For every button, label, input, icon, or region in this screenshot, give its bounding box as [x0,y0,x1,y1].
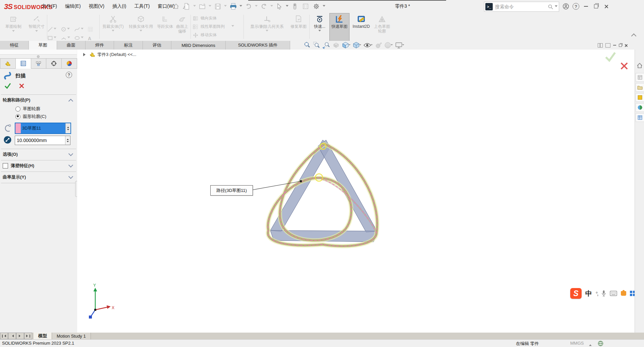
model-3d-sweep-preview[interactable] [201,127,406,268]
convert-dropdown[interactable] [140,30,142,33]
spline-tool-icon[interactable] [74,27,84,32]
tab-annotations[interactable]: 标注 [114,41,143,50]
thin-feature-checkbox[interactable] [3,163,8,168]
view-settings-button[interactable] [395,42,404,49]
ribbon-repair-sketch-button[interactable]: 修复草图 [289,13,308,40]
diameter-field[interactable]: 10.000000mm [15,136,70,145]
thin-feature-chevron[interactable] [68,163,73,167]
next-tab-button[interactable] [16,333,24,339]
ribbon-trim-entities-button[interactable]: 剪裁实体(T) [101,13,125,40]
tab-mbd-dimensions[interactable]: MBD Dimensions [171,41,226,50]
tab-feature-tree[interactable] [0,58,16,69]
last-tab-button[interactable] [24,333,32,339]
home-icon[interactable] [172,2,180,11]
menu-tools[interactable]: 工具(T) [130,0,154,13]
confirm-ok-icon[interactable] [604,51,617,62]
command-search[interactable]: >_ [484,2,559,12]
close-button[interactable] [601,0,611,13]
menu-file[interactable]: 文件(F) [38,0,61,13]
edit-appearance-icon[interactable] [375,42,382,49]
new-file-icon[interactable] [182,2,191,11]
trim-dropdown[interactable] [112,30,114,33]
file-explorer-icon[interactable] [636,83,644,92]
view-palette-icon[interactable] [636,93,644,102]
radio-sketch-profile[interactable]: 草图轮廓 [15,106,40,112]
sogou-logo[interactable]: S [570,288,582,299]
ellipse-tool-icon[interactable] [74,36,84,40]
ribbon-sketch-button[interactable]: 草图绘制 [3,13,24,40]
pm-help-icon[interactable]: ? [66,72,72,78]
ribbon-shaded-contours-button[interactable]: 上色草图轮廓 [373,13,391,40]
select-dropdown[interactable] [286,5,288,8]
doc-minimize-button[interactable] [613,45,616,46]
first-tab-button[interactable] [0,333,8,339]
doc-close-button[interactable] [625,44,628,47]
options-gear-icon[interactable] [312,2,321,11]
cancel-x-icon[interactable] [19,83,24,89]
graphics-area[interactable]: 零件3 (Default) <<... [77,50,635,333]
open-file-dropdown[interactable] [209,5,211,8]
minimize-button[interactable] [581,0,591,13]
save-icon[interactable] [213,2,222,11]
confirm-cancel-icon[interactable] [620,62,629,70]
expand-tree-arrow[interactable] [83,53,87,56]
section-profile-path[interactable]: 轮廓和路径(P) [3,96,74,104]
print-icon[interactable] [229,2,237,11]
ribbon-convert-entities-button[interactable]: 转换实体引用 [126,13,156,40]
radio-circular-profile[interactable]: 圆形轮廓(C) [15,114,46,120]
tab-motion-study[interactable]: Motion Study 1 [52,333,91,339]
previous-view-icon[interactable] [322,42,330,49]
tab-model[interactable]: 模型 [34,333,52,339]
ime-language-toggle[interactable]: 中 [585,289,592,298]
path-callout[interactable]: 路径(3D草图11) [210,185,253,196]
tab-property-manager[interactable] [16,58,31,69]
undo-icon[interactable] [244,2,253,11]
tab-evaluate[interactable]: 评估 [143,41,171,50]
ribbon-display-relations-button[interactable]: 显示/删除几何关系 [245,13,289,40]
ime-mic-icon[interactable] [601,290,606,297]
display-relations-dropdown[interactable] [266,30,268,33]
text-tool-icon[interactable]: A [88,36,91,41]
collapse-section-chevron[interactable] [68,99,73,103]
options-dropdown[interactable] [323,5,325,8]
redo-dropdown[interactable] [270,5,273,8]
print-dropdown[interactable] [239,5,242,8]
ime-keyboard-icon[interactable] [610,291,617,296]
line-tool-icon[interactable] [48,27,56,32]
arc-tool-icon[interactable] [61,36,70,40]
ribbon-surface-offset-button[interactable]: 曲面上偏移 [174,13,190,40]
feature-tree-flyout[interactable]: 零件3 (Default) <<... [83,52,136,58]
rectangle-tool-icon[interactable] [48,36,56,40]
display-style-button[interactable] [353,42,361,49]
tab-dimxpert[interactable] [46,58,62,69]
units-label[interactable]: MMGS [570,341,584,346]
help-icon[interactable]: ? [571,0,581,13]
tab-weldments[interactable]: 焊件 [86,41,114,50]
zoom-to-fit-icon[interactable] [304,42,311,49]
search-icon[interactable] [548,4,553,10]
tab-surfaces[interactable]: 曲面 [57,41,86,50]
ribbon-move-entities-button[interactable]: 移动实体 [193,31,243,39]
ime-skin-icon[interactable] [621,291,626,296]
properties-list-icon[interactable] [301,2,310,11]
doc-restore-button[interactable] [619,44,622,47]
section-options[interactable]: 选项(O) [3,151,74,158]
units-dropdown[interactable] [589,343,592,346]
status-globe-icon[interactable] [598,341,603,346]
sketch-dropdown[interactable] [12,30,15,33]
circle-tool-icon[interactable] [61,27,70,32]
menu-view[interactable]: 视图(V) [85,0,109,13]
section-view-icon[interactable] [332,42,340,49]
ribbon-mirror-entities-button[interactable]: 镜向实体 [193,14,243,22]
view-orientation-button[interactable] [342,42,351,49]
apply-scene-button[interactable] [384,42,393,49]
menu-insert[interactable]: 插入(I) [108,0,130,13]
redo-icon[interactable] [260,2,268,11]
custom-properties-icon[interactable] [636,113,644,122]
ribbon-linear-pattern-button[interactable]: 线性草图阵列 [193,22,243,31]
section-thin-feature[interactable]: 薄壁特征(H) [3,162,74,169]
tab-features[interactable]: 特征 [0,41,29,50]
search-input[interactable] [494,4,548,10]
previous-tab-button[interactable] [8,333,16,339]
ime-toolbox-icon[interactable] [630,291,635,296]
